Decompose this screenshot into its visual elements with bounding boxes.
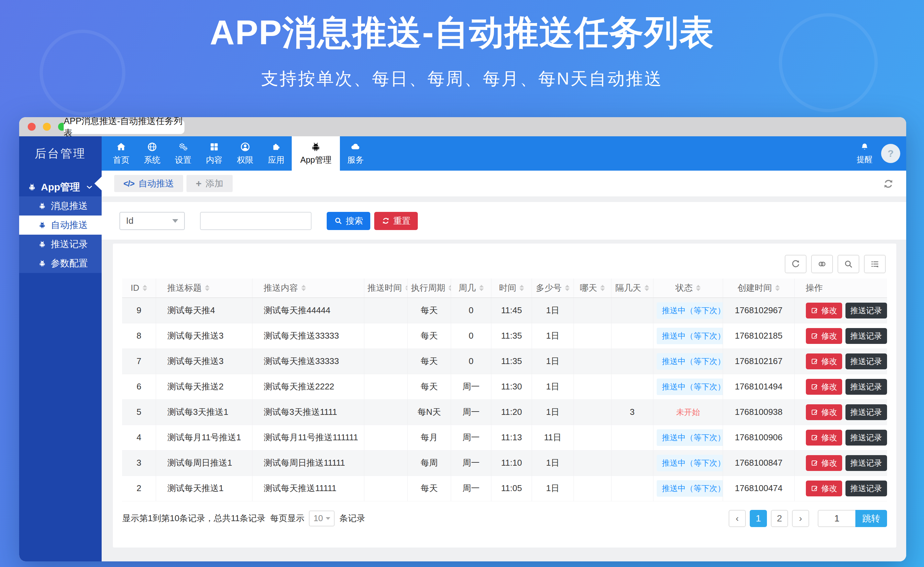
notifications-button[interactable]: 提醒 <box>856 142 873 165</box>
search-toggle-button[interactable] <box>837 255 860 273</box>
android-icon <box>28 183 36 191</box>
col-header-id[interactable]: ID <box>122 279 156 298</box>
sort-icon <box>205 285 210 291</box>
sidebar-item-message-push[interactable]: 消息推送 <box>19 196 102 216</box>
jump-button[interactable]: 跳转 <box>855 510 887 527</box>
col-header-interval[interactable]: 隔几天 <box>611 279 653 298</box>
sort-icon <box>600 285 605 291</box>
push-record-button[interactable]: 推送记录 <box>846 404 887 420</box>
refresh-icon[interactable] <box>882 178 894 190</box>
sidebar-item-label: App管理 <box>41 180 85 194</box>
active-menu-notch <box>94 177 102 190</box>
status-badge: 推送中（等下次） <box>657 328 723 344</box>
edit-button[interactable]: 修改 <box>806 303 842 318</box>
toggle-view-button[interactable] <box>811 255 833 273</box>
columns-button[interactable] <box>864 255 886 273</box>
page-button-2[interactable]: 2 <box>771 510 788 527</box>
edit-icon <box>811 484 819 492</box>
col-header-day-of-month[interactable]: 多少号 <box>532 279 573 298</box>
next-page-button[interactable]: › <box>792 510 809 527</box>
sidebar: 后台管理 App管理 消息推送 <box>19 136 102 561</box>
col-header-push-time[interactable]: 推送时间 <box>364 279 408 298</box>
col-header-cycle[interactable]: 执行周期 <box>408 279 451 298</box>
col-header-title[interactable]: 推送标题 <box>156 279 252 298</box>
edit-icon <box>811 383 819 391</box>
sort-icon <box>448 285 451 291</box>
col-header-content[interactable]: 推送内容 <box>252 279 364 298</box>
col-header-which-day[interactable]: 哪天 <box>573 279 611 298</box>
home-icon <box>116 142 126 152</box>
sidebar-item-push-records[interactable]: 推送记录 <box>19 235 102 254</box>
edit-icon <box>811 459 819 467</box>
table-row: 7 测试每天推送3 测试每天推送33333 每天 0 11:35 1日 <box>122 348 887 374</box>
push-record-button[interactable]: 推送记录 <box>846 480 887 496</box>
jump-page-input[interactable] <box>818 510 855 527</box>
sort-icon <box>775 285 780 291</box>
page-subtitle: 支持按单次、每日、每周、每月、每N天自动推送 <box>0 68 924 90</box>
search-field-select[interactable]: Id <box>120 212 185 230</box>
nav-item-services[interactable]: 服务 <box>340 136 371 171</box>
col-header-status[interactable]: 状态 <box>653 279 723 298</box>
edit-button[interactable]: 修改 <box>806 480 842 496</box>
sidebar-item-auto-push[interactable]: 自动推送 <box>19 216 102 235</box>
sidebar-item-app-manage[interactable]: App管理 <box>19 178 102 196</box>
refresh-button[interactable] <box>785 255 807 273</box>
add-tab-button[interactable]: + 添加 <box>186 175 232 192</box>
page-button-1[interactable]: 1 <box>750 510 767 527</box>
chevron-down-icon <box>85 183 94 191</box>
refresh-icon <box>381 216 390 225</box>
edit-button[interactable]: 修改 <box>806 455 842 471</box>
col-header-weekday[interactable]: 周几 <box>451 279 491 298</box>
push-record-button[interactable]: 推送记录 <box>846 430 887 446</box>
window-close-button[interactable] <box>28 123 36 131</box>
sort-icon <box>645 285 649 291</box>
nav-item-apps[interactable]: 应用 <box>261 136 292 171</box>
android-icon <box>38 260 46 267</box>
prev-page-button[interactable]: ‹ <box>729 510 746 527</box>
reset-button[interactable]: 重置 <box>374 212 418 230</box>
table-row: 3 测试每周日推送1 测试每周日推送11111 每周 周一 11:10 1日 <box>122 450 887 476</box>
puzzle-icon <box>271 142 282 152</box>
col-header-created[interactable]: 创建时间 <box>723 279 794 298</box>
push-record-button[interactable]: 推送记录 <box>846 379 887 395</box>
window-minimize-button[interactable] <box>43 123 51 131</box>
sort-icon <box>405 285 408 291</box>
nav-item-system[interactable]: 系统 <box>136 136 168 171</box>
nav-item-home[interactable]: 首页 <box>106 136 136 171</box>
nav-item-settings[interactable]: 设置 <box>168 136 199 171</box>
edit-button[interactable]: 修改 <box>806 328 842 344</box>
nav-item-app-manage[interactable]: App管理 <box>292 136 340 171</box>
page-size-select[interactable]: 10 <box>309 511 334 526</box>
user-circle-icon <box>240 142 250 152</box>
app-window: APP消息推送-自动推送任务列表 后台管理 App管理 <box>19 117 906 561</box>
nav-item-content[interactable]: 内容 <box>199 136 230 171</box>
top-navbar: 首页 系统 设置 内容 <box>102 136 906 171</box>
page-title: APP消息推送-自动推送任务列表 <box>0 10 924 56</box>
plus-icon: + <box>196 178 202 189</box>
sidebar-item-param-config[interactable]: 参数配置 <box>19 254 102 273</box>
avatar[interactable]: ? <box>881 144 900 163</box>
browser-tab[interactable]: APP消息推送-自动推送任务列表 <box>64 120 184 134</box>
push-record-button[interactable]: 推送记录 <box>846 354 887 369</box>
bell-icon <box>860 142 870 152</box>
edit-button[interactable]: 修改 <box>806 354 842 369</box>
search-input[interactable] <box>200 212 312 230</box>
table-row: 5 测试每3天推送1 测试每3天推送1111 每N天 周一 11:20 1日 <box>122 399 887 425</box>
edit-button[interactable]: 修改 <box>806 404 842 420</box>
caret-down-icon <box>172 219 178 223</box>
sort-icon <box>565 285 570 291</box>
push-record-button[interactable]: 推送记录 <box>846 455 887 471</box>
status-badge: 推送中（等下次） <box>657 378 723 395</box>
table-row: 4 测试每月11号推送1 测试每月11号推送111111 每月 周一 11:13… <box>122 425 887 450</box>
col-header-time[interactable]: 时间 <box>491 279 532 298</box>
edit-button[interactable]: 修改 <box>806 430 842 446</box>
edit-button[interactable]: 修改 <box>806 379 842 395</box>
caret-down-icon <box>326 517 330 520</box>
tab-auto-push[interactable]: </> 自动推送 <box>114 175 183 192</box>
nav-item-permissions[interactable]: 权限 <box>230 136 261 171</box>
search-button[interactable]: 搜索 <box>327 212 370 230</box>
push-record-button[interactable]: 推送记录 <box>846 328 887 344</box>
sidebar-item-label: 自动推送 <box>51 219 88 231</box>
edit-icon <box>811 332 819 340</box>
push-record-button[interactable]: 推送记录 <box>846 303 887 318</box>
